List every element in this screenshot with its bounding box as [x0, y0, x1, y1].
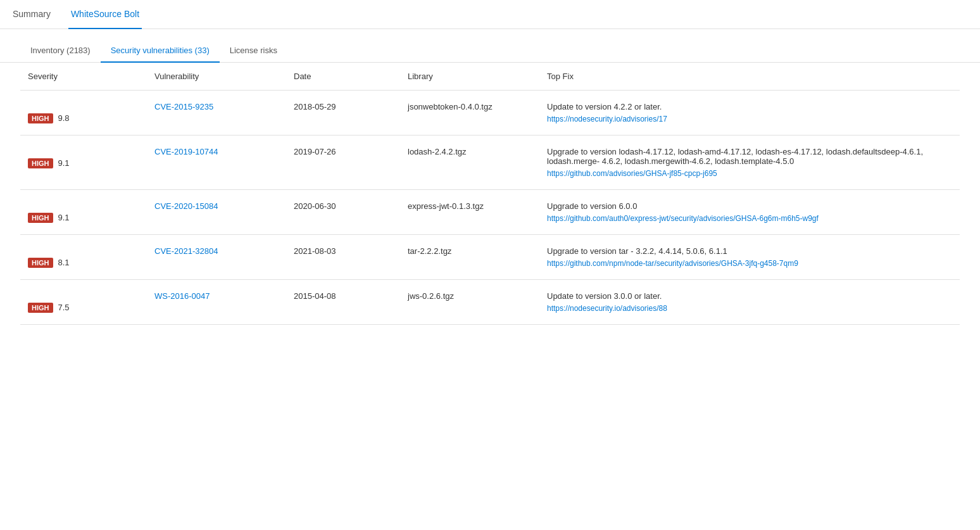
- subtab-license-risks[interactable]: License risks: [220, 39, 287, 63]
- col-header-date: Date: [286, 63, 400, 91]
- topfix-cell: Upgrade to version tar - 3.2.2, 4.4.14, …: [539, 235, 960, 280]
- table-row: HIGH 7.5 WS-2016-00472015-04-08jws-0.2.6…: [20, 280, 960, 325]
- col-header-severity: Severity: [20, 63, 147, 91]
- topfix-link[interactable]: https://github.com/auth0/express-jwt/sec…: [547, 214, 819, 223]
- vulnerability-link[interactable]: CVE-2019-10744: [154, 147, 218, 156]
- date-cell: 2020-06-30: [286, 190, 400, 235]
- tab-summary[interactable]: Summary: [10, 0, 53, 29]
- library-cell: express-jwt-0.1.3.tgz: [400, 190, 539, 235]
- col-header-vulnerability: Vulnerability: [147, 63, 286, 91]
- vulnerabilities-table-container: Severity Vulnerability Date Library Top …: [0, 63, 980, 325]
- library-cell: tar-2.2.2.tgz: [400, 235, 539, 280]
- table-header-row: Severity Vulnerability Date Library Top …: [20, 63, 960, 91]
- severity-cell: HIGH 9.1: [20, 190, 147, 235]
- severity-cell: HIGH 7.5: [20, 280, 147, 325]
- vulnerabilities-table: Severity Vulnerability Date Library Top …: [20, 63, 960, 325]
- severity-cell: HIGH 8.1: [20, 235, 147, 280]
- topfix-cell: Upgrade to version lodash-4.17.12, lodas…: [539, 136, 960, 190]
- severity-score: 7.5: [58, 303, 70, 312]
- date-cell: 2021-08-03: [286, 235, 400, 280]
- table-row: HIGH 9.8 CVE-2015-92352018-05-29jsonwebt…: [20, 91, 960, 136]
- col-header-topfix: Top Fix: [539, 63, 960, 91]
- sub-tabs-bar: Inventory (2183) Security vulnerabilitie…: [0, 29, 980, 63]
- library-cell: lodash-2.4.2.tgz: [400, 136, 539, 190]
- table-row: HIGH 9.1 CVE-2020-150842020-06-30express…: [20, 190, 960, 235]
- severity-badge: HIGH: [28, 213, 53, 223]
- subtab-security-vulnerabilities[interactable]: Security vulnerabilities (33): [101, 39, 220, 63]
- topfix-cell: Upgrade to version 6.0.0 https://github.…: [539, 190, 960, 235]
- topfix-link[interactable]: https://github.com/npm/node-tar/security…: [547, 259, 798, 268]
- table-row: HIGH 8.1 CVE-2021-328042021-08-03tar-2.2…: [20, 235, 960, 280]
- top-tabs-bar: Summary WhiteSource Bolt: [0, 0, 980, 29]
- topfix-link[interactable]: https://nodesecurity.io/advisories/17: [547, 115, 667, 123]
- tab-whitesource-bolt[interactable]: WhiteSource Bolt: [68, 0, 142, 29]
- date-cell: 2018-05-29: [286, 91, 400, 136]
- topfix-cell: Update to version 3.0.0 or later. https:…: [539, 280, 960, 325]
- vulnerability-link[interactable]: CVE-2015-9235: [154, 102, 213, 111]
- severity-cell: HIGH 9.8: [20, 91, 147, 136]
- severity-badge: HIGH: [28, 158, 53, 168]
- severity-score: 9.1: [58, 213, 70, 222]
- topfix-text: Upgrade to version 6.0.0: [547, 201, 952, 211]
- col-header-library: Library: [400, 63, 539, 91]
- topfix-text: Upgrade to version lodash-4.17.12, lodas…: [547, 147, 952, 166]
- vulnerability-cell: CVE-2019-10744: [147, 136, 286, 190]
- severity-score: 9.1: [58, 158, 70, 168]
- severity-score: 9.8: [58, 113, 70, 123]
- topfix-cell: Update to version 4.2.2 or later. https:…: [539, 91, 960, 136]
- topfix-text: Update to version 4.2.2 or later.: [547, 102, 952, 111]
- library-cell: jws-0.2.6.tgz: [400, 280, 539, 325]
- severity-cell: HIGH 9.1: [20, 136, 147, 190]
- vulnerability-cell: CVE-2020-15084: [147, 190, 286, 235]
- vulnerability-cell: CVE-2021-32804: [147, 235, 286, 280]
- table-row: HIGH 9.1 CVE-2019-107442019-07-26lodash-…: [20, 136, 960, 190]
- library-cell: jsonwebtoken-0.4.0.tgz: [400, 91, 539, 136]
- vulnerability-cell: CVE-2015-9235: [147, 91, 286, 136]
- severity-score: 8.1: [58, 258, 70, 267]
- date-cell: 2015-04-08: [286, 280, 400, 325]
- severity-badge: HIGH: [28, 258, 53, 268]
- topfix-text: Upgrade to version tar - 3.2.2, 4.4.14, …: [547, 246, 952, 256]
- vulnerability-link[interactable]: CVE-2020-15084: [154, 201, 218, 211]
- topfix-link[interactable]: https://github.com/advisories/GHSA-jf85-…: [547, 169, 717, 178]
- vulnerability-link[interactable]: WS-2016-0047: [154, 291, 210, 301]
- vulnerability-link[interactable]: CVE-2021-32804: [154, 246, 218, 256]
- date-cell: 2019-07-26: [286, 136, 400, 190]
- severity-badge: HIGH: [28, 303, 53, 313]
- topfix-text: Update to version 3.0.0 or later.: [547, 291, 952, 301]
- vulnerability-cell: WS-2016-0047: [147, 280, 286, 325]
- severity-badge: HIGH: [28, 113, 53, 123]
- subtab-inventory[interactable]: Inventory (2183): [20, 39, 101, 63]
- topfix-link[interactable]: https://nodesecurity.io/advisories/88: [547, 304, 667, 313]
